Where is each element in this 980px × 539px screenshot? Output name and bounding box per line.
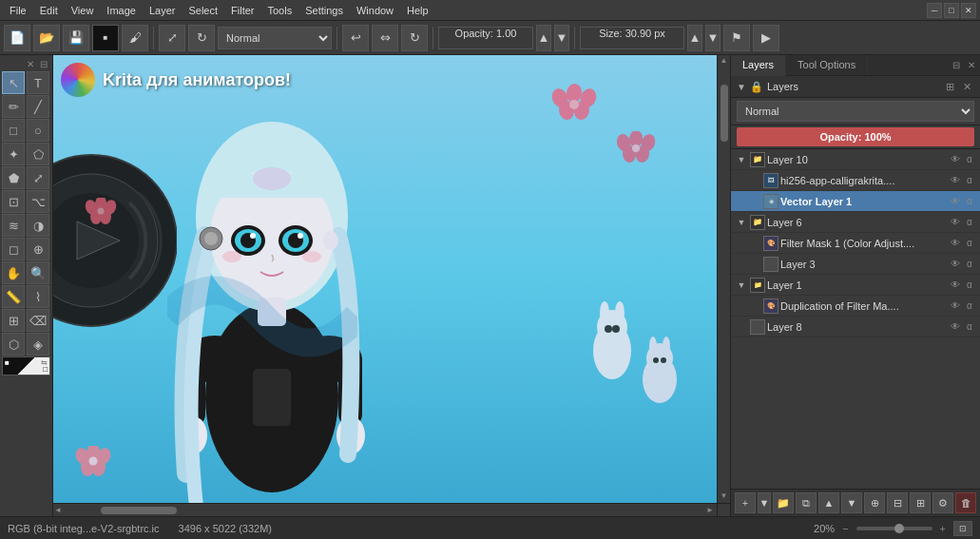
layer-vis-icon[interactable]: 👁 <box>949 299 962 313</box>
tool-text[interactable]: T <box>27 71 49 94</box>
zoom-slider[interactable] <box>856 527 932 530</box>
menu-help[interactable]: Help <box>401 3 434 18</box>
layer-vis-icon[interactable]: 👁 <box>949 258 962 271</box>
canvas-scrollbar-horizontal[interactable]: ◄ ► <box>53 503 717 516</box>
duplicate-layer-button[interactable]: ⧉ <box>796 492 817 513</box>
restore-button[interactable]: □ <box>944 3 959 18</box>
tool-pattern[interactable]: ⊞ <box>2 309 25 332</box>
menu-image[interactable]: Image <box>101 3 142 18</box>
layer-item[interactable]: ▼ 📁 Layer 6 👁 α <box>731 212 980 233</box>
layer-item[interactable]: ▷ ◈ Vector Layer 1 👁 α <box>731 191 980 212</box>
menu-window[interactable]: Window <box>351 3 399 18</box>
layer-vis-icon[interactable]: 👁 <box>949 216 962 229</box>
open-button[interactable]: 📂 <box>33 25 60 51</box>
tool-freehand-select[interactable]: ⌫ <box>27 309 49 332</box>
layer-item[interactable]: ▼ 📁 Layer 1 👁 α <box>731 275 980 296</box>
layer-alpha-icon[interactable]: α <box>963 153 976 166</box>
move-up-button[interactable]: ▲ <box>818 492 839 513</box>
layer-alpha-icon[interactable]: α <box>963 195 976 208</box>
opacity-arrow-up[interactable]: ▲ <box>536 25 551 51</box>
layer-item[interactable]: ▷ Layer 8 👁 α <box>731 317 980 337</box>
canvas-image[interactable]: Krita для аниматоров! <box>53 55 717 503</box>
layer-alpha-icon[interactable]: α <box>963 216 976 229</box>
layer-vis-icon[interactable]: 👁 <box>949 237 962 250</box>
group-layer-button[interactable]: 📁 <box>773 492 794 513</box>
move-down-button[interactable]: ▼ <box>841 492 862 513</box>
panel-close-button[interactable]: ✕ <box>965 59 978 72</box>
scroll-thumb-horizontal[interactable] <box>101 507 177 514</box>
new-button[interactable]: 📄 <box>4 25 30 51</box>
transform-button[interactable]: ⤢ <box>159 25 185 51</box>
tool-polygon[interactable]: ⬠ <box>27 143 49 165</box>
layer-alpha-icon[interactable]: α <box>963 258 976 271</box>
play-button[interactable]: ▶ <box>753 25 779 51</box>
scroll-left-arrow[interactable]: ◄ <box>53 505 63 515</box>
layer-item[interactable]: ▷ 🎨 Duplication of Filter Ma.... 👁 α <box>731 296 980 317</box>
scroll-up-arrow[interactable]: ▲ <box>720 55 729 66</box>
layer-alpha-icon[interactable]: α <box>963 237 976 250</box>
opacity-bar[interactable]: Opacity: 100% <box>737 127 974 146</box>
tool-dodge[interactable]: ◑ <box>27 214 49 237</box>
opacity-arrow-down[interactable]: ▼ <box>554 25 569 51</box>
layer-blend-mode-select[interactable]: Normal <box>737 101 974 122</box>
menu-filter[interactable]: Filter <box>225 3 259 18</box>
layer-properties-button[interactable]: ⚙ <box>932 492 953 513</box>
zoom-out-icon[interactable]: − <box>842 523 848 534</box>
tool-pan[interactable]: ✋ <box>2 261 25 284</box>
minimize-button[interactable]: ─ <box>927 3 942 18</box>
merge-layer-button[interactable]: ⊟ <box>887 492 908 513</box>
layer-vis-icon[interactable]: 👁 <box>949 279 962 292</box>
zoom-in-icon[interactable]: + <box>940 523 946 534</box>
brush-flag-button[interactable]: ⚑ <box>723 25 750 51</box>
tool-eyedropper[interactable]: ⊕ <box>27 238 49 260</box>
layer-alpha-icon[interactable]: α <box>963 299 976 313</box>
color-fg-bg[interactable]: ■ □ ⇆ <box>2 356 50 375</box>
tool-measure[interactable]: 📏 <box>2 285 25 308</box>
canvas-area[interactable]: Krita для аниматоров! <box>53 55 730 516</box>
menu-edit[interactable]: Edit <box>34 3 64 18</box>
menu-settings[interactable]: Settings <box>299 3 349 18</box>
zoom-thumb[interactable] <box>894 524 904 533</box>
opacity-field[interactable]: Opacity: 1.00 <box>438 27 533 49</box>
layers-collapse-all[interactable]: ✕ <box>959 79 974 94</box>
layer-vis-icon[interactable]: 👁 <box>949 153 962 166</box>
menu-file[interactable]: File <box>4 3 32 18</box>
add-layer-button[interactable]: + <box>735 492 756 513</box>
layer-item[interactable]: ▷ 🖼 hi256-app-calligrakrita.... 👁 α <box>731 170 980 191</box>
flatten-layer-button[interactable]: ⊞ <box>910 492 931 513</box>
layer-vis-icon[interactable]: 👁 <box>949 195 962 208</box>
layer-alpha-icon[interactable]: α <box>963 279 976 292</box>
copy-layer-button[interactable]: ⊕ <box>864 492 885 513</box>
blend-mode-select[interactable]: Normal <box>218 27 332 49</box>
size-arrow-down[interactable]: ▼ <box>705 25 721 51</box>
layer-item[interactable]: ▷ Layer 3 👁 α <box>731 254 980 275</box>
tool-clone[interactable]: ⌥ <box>27 190 49 213</box>
layer-alpha-icon[interactable]: α <box>963 320 976 334</box>
layer-expand-icon[interactable]: ▼ <box>735 216 748 229</box>
menu-view[interactable]: View <box>66 3 100 18</box>
layers-expand-all[interactable]: ⊞ <box>942 79 957 94</box>
layer-vis-icon[interactable]: 👁 <box>949 174 962 187</box>
menu-layer[interactable]: Layer <box>144 3 182 18</box>
tool-ellipse[interactable]: ○ <box>27 119 49 142</box>
brush-preset[interactable]: 🖌 <box>122 25 148 51</box>
tab-tool-options[interactable]: Tool Options <box>786 55 868 75</box>
toolbox-detach-button[interactable]: ⊟ <box>37 57 50 70</box>
layers-collapse-icon[interactable]: ▼ <box>737 82 746 92</box>
color-swatch[interactable]: ■ <box>92 25 119 51</box>
layer-item[interactable]: ▷ 🎨 Filter Mask 1 (Color Adjust.... 👁 α <box>731 233 980 254</box>
layer-alpha-icon[interactable]: α <box>963 174 976 187</box>
scroll-right-arrow[interactable]: ► <box>705 505 715 515</box>
tool-color-select[interactable]: ◈ <box>27 333 49 356</box>
fit-to-window-button[interactable]: ⊡ <box>953 521 972 536</box>
layer-expand-icon[interactable]: ▼ <box>735 153 748 166</box>
scroll-thumb-vertical[interactable] <box>721 85 728 142</box>
size-arrow-up[interactable]: ▲ <box>687 25 702 51</box>
canvas-scrollbar-vertical[interactable]: ▲ ▼ <box>717 55 730 503</box>
menu-tools[interactable]: Tools <box>262 3 298 18</box>
rotate-button[interactable]: ↻ <box>188 25 215 51</box>
tool-smudge[interactable]: ≋ <box>2 214 25 237</box>
tool-eraser[interactable]: ◻ <box>2 238 25 260</box>
close-button[interactable]: ✕ <box>961 3 976 18</box>
tool-fill[interactable]: ⬟ <box>2 166 25 189</box>
